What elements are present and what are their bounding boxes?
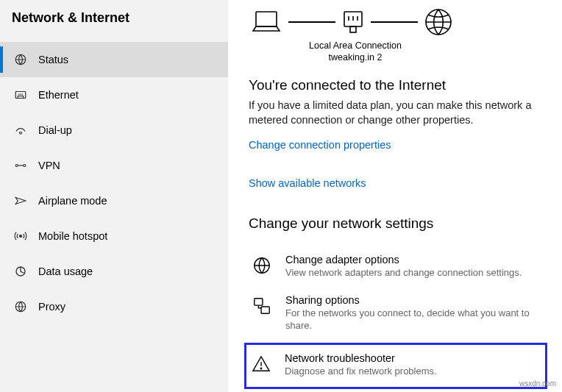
link-available-networks[interactable]: Show available networks [249, 177, 366, 189]
content-pane: Local Area Connection tweaking.in 2 You'… [228, 0, 562, 392]
caption-line2: tweaking.in 2 [249, 51, 462, 63]
setting-network-troubleshooter[interactable]: Network troubleshooter Diagnose and fix … [244, 343, 547, 389]
sidebar-item-label: Airplane mode [38, 195, 107, 207]
sidebar-item-label: VPN [38, 160, 60, 171]
sidebar-item-label: Ethernet [38, 89, 79, 101]
setting-adapter-options[interactable]: Change adapter options View network adap… [249, 249, 547, 290]
airplane-icon [13, 193, 28, 208]
setting-desc: View network adapters and change connect… [285, 267, 544, 279]
sharing-icon [252, 296, 272, 316]
hotspot-icon [13, 229, 28, 243]
network-diagram [249, 7, 547, 37]
sidebar-item-label: Status [38, 54, 68, 65]
setting-desc: Diagnose and fix network problems. [285, 366, 542, 378]
sidebar-item-airplane[interactable]: Airplane mode [0, 183, 228, 218]
sidebar-item-status[interactable]: Status [0, 42, 228, 77]
sidebar-title: Network & Internet [0, 7, 228, 42]
sidebar-item-proxy[interactable]: Proxy [0, 289, 228, 324]
status-description: If you have a limited data plan, you can… [249, 98, 547, 128]
setting-title: Sharing options [285, 294, 544, 306]
datausage-icon [13, 264, 28, 279]
sidebar-item-label: Dial-up [38, 124, 72, 136]
setting-title: Change adapter options [285, 254, 544, 266]
laptop-icon [250, 9, 282, 35]
sidebar-item-datausage[interactable]: Data usage [0, 254, 228, 289]
troubleshoot-icon [251, 354, 271, 374]
caption-line1: Local Area Connection [249, 40, 462, 51]
svg-rect-9 [256, 12, 277, 26]
diagram-caption: Local Area Connection tweaking.in 2 [249, 40, 462, 64]
sidebar-item-hotspot[interactable]: Mobile hotspot [0, 218, 228, 254]
sidebar-item-dialup[interactable]: Dial-up [0, 113, 228, 148]
svg-rect-15 [261, 307, 269, 313]
svg-rect-14 [255, 299, 263, 305]
svg-point-3 [20, 132, 22, 134]
diagram-line [371, 21, 418, 23]
setting-sharing-options[interactable]: Sharing options For the networks you con… [249, 290, 547, 343]
svg-point-5 [24, 165, 26, 167]
svg-point-4 [15, 165, 18, 167]
ethernet-icon [13, 88, 28, 102]
watermark: wsxdn.com [519, 379, 556, 388]
sidebar-item-vpn[interactable]: VPN [0, 148, 228, 183]
svg-point-6 [20, 235, 22, 238]
sidebar: Network & Internet Status Ethernet Dial-… [0, 0, 228, 392]
setting-title: Network troubleshooter [285, 352, 542, 364]
sidebar-item-ethernet[interactable]: Ethernet [0, 77, 228, 113]
svg-rect-11 [350, 26, 356, 32]
setting-desc: For the networks you connect to, decide … [285, 307, 544, 332]
settings-heading: Change your network settings [249, 215, 547, 232]
svg-rect-2 [18, 96, 24, 99]
sidebar-item-label: Data usage [38, 266, 93, 277]
globe-icon [424, 7, 453, 37]
adapter-icon [252, 255, 272, 276]
status-icon [13, 52, 28, 67]
svg-point-16 [260, 368, 261, 368]
router-icon [341, 9, 365, 35]
vpn-icon [13, 158, 28, 173]
proxy-icon [13, 299, 28, 314]
sidebar-item-label: Mobile hotspot [38, 230, 107, 242]
diagram-line [288, 21, 335, 23]
dialup-icon [13, 123, 28, 138]
status-heading: You're connected to the Internet [249, 77, 547, 93]
sidebar-item-label: Proxy [38, 301, 65, 313]
link-connection-properties[interactable]: Change connection properties [249, 139, 391, 151]
